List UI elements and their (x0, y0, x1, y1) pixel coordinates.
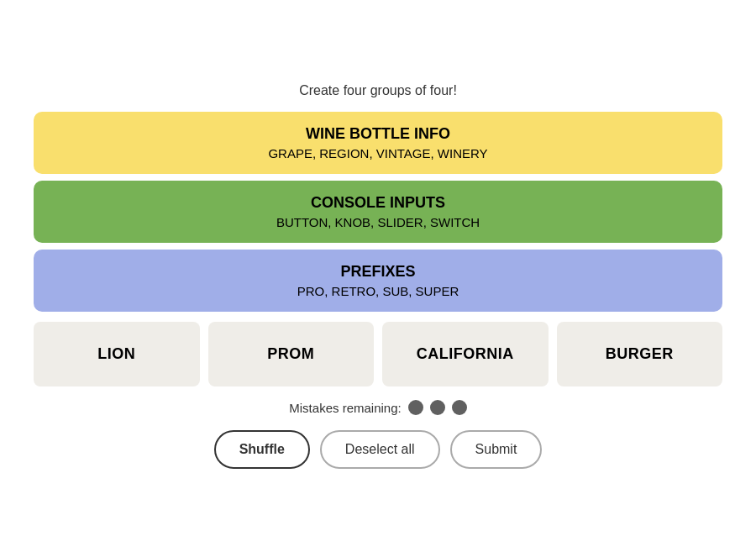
instructions-text: Create four groups of four! (299, 83, 457, 98)
buttons-row: ShuffleDeselect allSubmit (214, 430, 543, 469)
group-items-blue: PRO, RETRO, SUB, SUPER (50, 284, 706, 298)
mistake-dot-1 (408, 400, 423, 415)
group-card-green: CONSOLE INPUTSBUTTON, KNOB, SLIDER, SWIT… (34, 181, 722, 243)
group-items-green: BUTTON, KNOB, SLIDER, SWITCH (50, 215, 706, 229)
groups-area: WINE BOTTLE INFOGRAPE, REGION, VINTAGE, … (34, 112, 722, 312)
tile-california[interactable]: CALIFORNIA (382, 322, 549, 386)
group-title-green: CONSOLE INPUTS (50, 194, 706, 212)
tile-lion[interactable]: LION (34, 322, 200, 386)
tile-burger[interactable]: BURGER (557, 322, 723, 386)
tile-prom[interactable]: PROM (208, 322, 375, 386)
group-title-yellow: WINE BOTTLE INFO (50, 125, 706, 143)
shuffle-button[interactable]: Shuffle (214, 430, 310, 469)
submit-button[interactable]: Submit (450, 430, 543, 469)
game-container: Create four groups of four! WINE BOTTLE … (34, 83, 722, 469)
mistake-dot-3 (452, 400, 467, 415)
deselect-button[interactable]: Deselect all (320, 430, 440, 469)
group-items-yellow: GRAPE, REGION, VINTAGE, WINERY (50, 146, 706, 160)
mistakes-label: Mistakes remaining: (289, 401, 401, 415)
tiles-row: LIONPROMCALIFORNIABURGER (34, 322, 722, 386)
mistakes-row: Mistakes remaining: (289, 400, 466, 415)
group-card-blue: PREFIXESPRO, RETRO, SUB, SUPER (34, 250, 722, 312)
group-title-blue: PREFIXES (50, 263, 706, 281)
group-card-yellow: WINE BOTTLE INFOGRAPE, REGION, VINTAGE, … (34, 112, 722, 174)
mistake-dot-2 (430, 400, 445, 415)
